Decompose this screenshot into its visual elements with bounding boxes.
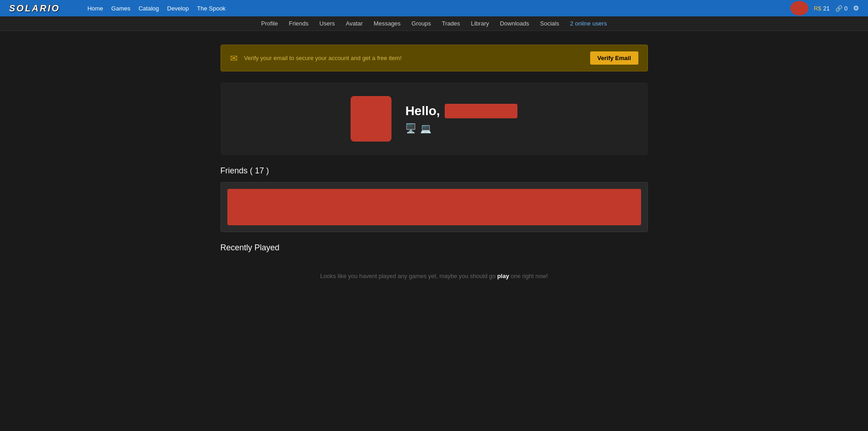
- top-navigation: SOLARIO Home Games Catalog Develop The S…: [0, 0, 868, 16]
- verify-text: Verify your email to secure your account…: [244, 55, 402, 61]
- profile-area: Hello, 🖥️ 💻: [221, 82, 648, 155]
- friends-section-title: Friends ( 17 ): [221, 166, 648, 176]
- nav-socials[interactable]: Socials: [540, 20, 559, 27]
- profile-avatar-redacted: [351, 96, 391, 142]
- recently-played-section: Recently Played Looks like you havent pl…: [221, 243, 648, 293]
- nav-friends[interactable]: Friends: [289, 20, 308, 27]
- robux-icon: R$: [814, 5, 822, 12]
- links-value: 0: [844, 5, 848, 12]
- user-avatar-redacted[interactable]: [790, 1, 808, 15]
- verify-email-button[interactable]: Verify Email: [590, 51, 638, 65]
- nav-link-home[interactable]: Home: [87, 5, 103, 12]
- secondary-navigation: Profile Friends Users Avatar Messages Gr…: [0, 16, 868, 31]
- no-games-text-prefix: Looks like you havent played any games y…: [320, 273, 497, 279]
- profile-inner: Hello, 🖥️ 💻: [351, 96, 517, 142]
- no-games-message: Looks like you havent played any games y…: [221, 259, 648, 293]
- nav-groups[interactable]: Groups: [411, 20, 431, 27]
- nav-trades[interactable]: Trades: [442, 20, 460, 27]
- mail-icon: ✉: [230, 53, 238, 64]
- hello-prefix: Hello,: [405, 104, 440, 118]
- friends-section: Friends ( 17 ): [221, 166, 648, 232]
- nav-link-games[interactable]: Games: [111, 5, 130, 12]
- top-nav-links: Home Games Catalog Develop The Spook: [87, 5, 226, 12]
- recently-played-title: Recently Played: [221, 243, 648, 253]
- profile-username-redacted: [445, 104, 517, 118]
- nav-users[interactable]: Users: [320, 20, 335, 27]
- nav-link-the-spook[interactable]: The Spook: [197, 5, 226, 12]
- badge-icon-laptop: 💻: [420, 123, 431, 134]
- online-users-count[interactable]: 2 online users: [570, 20, 607, 27]
- verify-banner-left: ✉ Verify your email to secure your accou…: [230, 53, 402, 64]
- profile-info: Hello, 🖥️ 💻: [405, 104, 517, 134]
- badge-icon-computer: 🖥️: [405, 123, 416, 134]
- friends-list-redacted: [227, 189, 641, 225]
- robux-counter: R$ 21: [814, 5, 830, 12]
- nav-profile[interactable]: Profile: [261, 20, 278, 27]
- main-content: ✉ Verify your email to secure your accou…: [211, 45, 657, 293]
- nav-avatar[interactable]: Avatar: [346, 20, 363, 27]
- no-games-text-suffix: one right now!: [509, 273, 548, 279]
- settings-icon[interactable]: ⚙: [853, 4, 859, 12]
- nav-link-develop[interactable]: Develop: [167, 5, 189, 12]
- profile-greeting: Hello,: [405, 104, 517, 118]
- play-link[interactable]: play: [497, 273, 509, 279]
- verify-email-banner: ✉ Verify your email to secure your accou…: [221, 45, 648, 71]
- profile-badges: 🖥️ 💻: [405, 123, 517, 134]
- site-logo[interactable]: SOLARIO: [9, 3, 60, 14]
- robux-value: 21: [823, 5, 829, 12]
- friends-list-container: [221, 182, 648, 232]
- nav-library[interactable]: Library: [471, 20, 489, 27]
- link-icon: 🔗: [835, 5, 843, 12]
- nav-link-catalog[interactable]: Catalog: [139, 5, 159, 12]
- nav-messages[interactable]: Messages: [374, 20, 401, 27]
- top-nav-right: R$ 21 🔗 0 ⚙: [790, 1, 859, 15]
- nav-downloads[interactable]: Downloads: [500, 20, 529, 27]
- logo-container: SOLARIO: [9, 3, 60, 14]
- links-counter: 🔗 0: [835, 5, 848, 12]
